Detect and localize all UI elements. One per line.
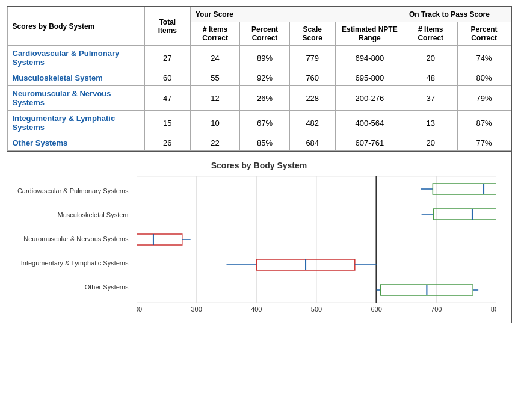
data-cell: 695-800 [335,70,404,86]
data-cell: 20 [404,46,457,70]
system-name-cell: Neuromuscular & Nervous Systems [7,86,144,111]
y-label-3: Integumentary & Lymphatic Systems [13,259,134,267]
table-row: Cardiovascular & Pulmonary Systems272489… [7,46,511,70]
svg-text:800: 800 [490,306,496,313]
data-cell: 24 [190,46,239,70]
data-cell: 87% [457,111,511,135]
data-cell: 85% [240,135,289,151]
data-cell: 80% [457,70,511,86]
data-cell: 400-564 [335,111,404,135]
svg-text:300: 300 [191,306,202,313]
data-cell: 200-276 [335,86,404,111]
data-cell: 228 [289,86,335,111]
y-label-0: Cardiovascular & Pulmonary Systems [13,187,134,195]
data-cell: 92% [240,70,289,86]
data-cell: 47 [144,86,190,111]
on-track-items-header: # Items Correct [404,22,457,46]
data-cell: 12 [190,86,239,111]
data-cell: 482 [289,111,335,135]
system-name-cell: Musculoskeletal System [7,70,144,86]
svg-text:600: 600 [371,306,381,313]
data-cell: 13 [404,111,457,135]
on-track-percent-header: Percent Correct [457,22,511,46]
y-label-4: Other Systems [13,283,134,291]
data-cell: 27 [144,46,190,70]
items-correct-header: # Items Correct [190,22,239,46]
data-cell: 26 [144,135,190,151]
on-track-header: On Track to Pass Score [404,7,511,22]
data-cell: 10 [190,111,239,135]
data-cell: 60 [144,70,190,86]
data-cell: 79% [457,86,511,111]
chart-svg: 200 300 400 500 600 700 800 [137,176,496,315]
data-cell: 779 [289,46,335,70]
data-cell: 760 [289,70,335,86]
y-label-2: Neuromuscular & Nervous Systems [13,235,134,243]
percent-correct-header: Percent Correct [240,22,289,46]
data-cell: 684 [289,135,335,151]
table-title-header: Scores by Body System [7,7,144,46]
system-name-cell: Other Systems [7,135,144,151]
svg-text:500: 500 [310,306,321,313]
chart-section: Scores by Body System Cardiovascular & P… [7,151,511,323]
data-cell: 22 [190,135,239,151]
data-cell: 15 [144,111,190,135]
table-row: Integumentary & Lymphatic Systems151067%… [7,111,511,135]
data-cell: 26% [240,86,289,111]
system-name-cell: Cardiovascular & Pulmonary Systems [7,46,144,70]
data-cell: 607-761 [335,135,404,151]
table-section: Scores by Body System Total Items Your S… [7,7,511,151]
your-score-header: Your Score [190,7,404,22]
table-row: Other Systems262285%684607-7612077% [7,135,511,151]
data-cell: 67% [240,111,289,135]
data-cell: 20 [404,135,457,151]
estimated-npte-header: Estimated NPTE Range [335,22,404,46]
chart-title: Scores by Body System [13,161,505,170]
data-cell: 48 [404,70,457,86]
data-cell: 89% [240,46,289,70]
data-cell: 77% [457,135,511,151]
svg-text:200: 200 [137,306,142,313]
main-container: Scores by Body System Total Items Your S… [7,6,512,323]
data-cell: 37 [404,86,457,111]
scores-table: Scores by Body System Total Items Your S… [7,7,511,151]
svg-text:400: 400 [251,306,262,313]
data-cell: 55 [190,70,239,86]
table-row: Neuromuscular & Nervous Systems471226%22… [7,86,511,111]
system-name-cell: Integumentary & Lymphatic Systems [7,111,144,135]
data-cell: 74% [457,46,511,70]
svg-text:700: 700 [431,306,442,313]
scale-score-header: Scale Score [289,22,335,46]
total-items-header: Total Items [144,7,190,46]
y-label-1: Musculoskeletal System [13,211,134,219]
table-row: Musculoskeletal System605592%760695-8004… [7,70,511,86]
data-cell: 694-800 [335,46,404,70]
